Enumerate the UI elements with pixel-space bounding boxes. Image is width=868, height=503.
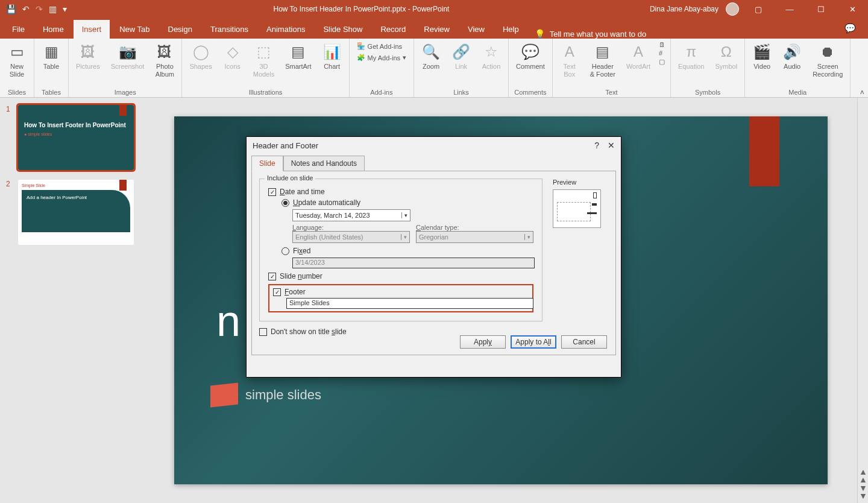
symbol-icon: Ω bbox=[721, 42, 732, 62]
get-addins-button[interactable]: 🏪Get Add-ins bbox=[354, 41, 409, 51]
link-button[interactable]: 🔗Link bbox=[449, 41, 473, 72]
dialog-tab-slide[interactable]: Slide bbox=[251, 156, 283, 171]
fixed-date-input[interactable]: 3/14/2023 bbox=[292, 258, 535, 268]
group-symbols: πEquation ΩSymbol Symbols bbox=[671, 39, 745, 97]
text-box-button[interactable]: AText Box bbox=[558, 41, 582, 80]
next-slide-double-icon[interactable]: ⯆ bbox=[860, 485, 866, 492]
slide-bookmark bbox=[749, 116, 779, 186]
table-icon: ▦ bbox=[45, 42, 58, 62]
document-title: How To Insert Header In PowerPoint.pptx … bbox=[73, 5, 650, 13]
screen-recording-button[interactable]: ⏺Screen Recording bbox=[810, 41, 845, 80]
wordart-button[interactable]: AWordArt bbox=[624, 41, 653, 72]
dont-show-checkbox[interactable]: Don't show on title slide bbox=[259, 327, 608, 336]
dialog-body: Include on slide ✓ Date and time Update … bbox=[251, 171, 616, 355]
shapes-button[interactable]: ◯Shapes bbox=[187, 41, 214, 72]
tell-me[interactable]: 💡 Tell me what you want to do bbox=[535, 29, 646, 39]
redo-icon[interactable]: ↷ bbox=[36, 4, 43, 14]
cancel-button[interactable]: Cancel bbox=[561, 335, 607, 349]
apply-to-all-button[interactable]: Apply to All bbox=[511, 335, 556, 349]
ribbon-display-icon[interactable]: ▢ bbox=[746, 5, 770, 14]
thumb-slide-1[interactable]: How To Insert Footer In PowerPoint ● sim… bbox=[18, 105, 134, 170]
prev-slide-double-icon[interactable]: ⯅ bbox=[860, 477, 866, 484]
photo-album-icon: 🖼 bbox=[157, 42, 172, 62]
help-icon[interactable]: ? bbox=[594, 141, 599, 150]
dialog-tabs: Slide Notes and Handouts bbox=[247, 155, 621, 171]
audio-button[interactable]: 🔊Audio bbox=[780, 41, 804, 72]
3d-models-button[interactable]: ⬚3D Models bbox=[251, 41, 277, 80]
slide-number-icon[interactable]: # bbox=[659, 49, 665, 57]
date-time-icon[interactable]: 🗓 bbox=[659, 41, 665, 48]
brand-logo: simple slides bbox=[210, 384, 321, 406]
wordart-icon: A bbox=[634, 42, 643, 62]
comment-button[interactable]: 💬Comment bbox=[514, 41, 547, 72]
symbol-button[interactable]: ΩSymbol bbox=[712, 41, 740, 72]
my-addins-button[interactable]: 🧩My Add-ins ▾ bbox=[354, 52, 409, 63]
object-icon[interactable]: ▢ bbox=[659, 58, 665, 66]
tab-review[interactable]: Review bbox=[415, 20, 458, 39]
fixed-radio[interactable]: Fixed bbox=[281, 247, 533, 255]
tab-file[interactable]: File bbox=[4, 20, 33, 39]
date-time-checkbox[interactable]: ✓ Date and time bbox=[268, 188, 533, 196]
prev-slide-icon[interactable]: ⯅ bbox=[860, 469, 866, 476]
collapse-ribbon-icon[interactable]: ʌ bbox=[860, 88, 864, 96]
new-slide-icon: ▭ bbox=[10, 42, 24, 62]
chart-button[interactable]: 📊Chart bbox=[320, 41, 344, 72]
tab-view[interactable]: View bbox=[459, 20, 493, 39]
thumb-title: Add a header In PowerPoint bbox=[22, 190, 130, 232]
tab-slideshow[interactable]: Slide Show bbox=[315, 20, 371, 39]
checkbox-icon bbox=[259, 328, 267, 336]
tab-help[interactable]: Help bbox=[494, 20, 527, 39]
header-footer-button[interactable]: ▤Header & Footer bbox=[588, 41, 618, 80]
tab-newtab[interactable]: New Tab bbox=[111, 20, 158, 39]
tab-animations[interactable]: Animations bbox=[258, 20, 313, 39]
tab-record[interactable]: Record bbox=[372, 20, 414, 39]
minimize-icon[interactable]: — bbox=[778, 5, 802, 14]
vertical-scrollbar[interactable]: ⯅ ⯅ ⯆ ⯆ bbox=[857, 98, 868, 503]
user-avatar[interactable] bbox=[726, 2, 739, 16]
smartart-button[interactable]: ▤SmartArt bbox=[283, 41, 313, 72]
date-format-combo[interactable]: Tuesday, March 14, 2023▾ bbox=[292, 209, 410, 221]
table-button[interactable]: ▦Table bbox=[39, 41, 63, 72]
save-icon[interactable]: 💾 bbox=[6, 4, 16, 14]
dialog-tab-notes[interactable]: Notes and Handouts bbox=[283, 156, 365, 171]
screenshot-icon: 📷 bbox=[119, 42, 137, 62]
pictures-button[interactable]: 🖼Pictures bbox=[74, 41, 102, 72]
equation-button[interactable]: πEquation bbox=[676, 41, 706, 72]
slide-number-checkbox[interactable]: ✓ Slide number bbox=[268, 272, 533, 280]
chevron-down-icon: ▾ bbox=[401, 212, 407, 218]
start-from-beginning-icon[interactable]: ▥ bbox=[49, 4, 57, 14]
thumb-slide-2[interactable]: Simple Slide Add a header In PowerPoint bbox=[18, 180, 134, 245]
slide-nav: ⯅ ⯅ ⯆ ⯆ bbox=[858, 469, 868, 499]
tab-insert[interactable]: Insert bbox=[74, 20, 110, 39]
chevron-down-icon: ▾ bbox=[403, 54, 406, 62]
update-auto-radio[interactable]: Update automatically bbox=[281, 198, 533, 207]
apply-button[interactable]: Apply bbox=[460, 335, 506, 349]
video-button[interactable]: 🎬Video bbox=[750, 41, 774, 72]
language-combo[interactable]: English (United States)▾ bbox=[292, 231, 410, 243]
tab-transitions[interactable]: Transitions bbox=[202, 20, 257, 39]
action-button[interactable]: ☆Action bbox=[479, 41, 503, 72]
maximize-icon[interactable]: ☐ bbox=[809, 5, 833, 14]
screenshot-button[interactable]: 📷Screenshot bbox=[108, 41, 147, 72]
close-icon[interactable]: ✕ bbox=[608, 141, 615, 150]
header-footer-dialog: Header and Footer ? ✕ Slide Notes and Ha… bbox=[246, 136, 621, 378]
footer-input[interactable]: Simple Slides bbox=[286, 298, 533, 309]
tab-design[interactable]: Design bbox=[160, 20, 201, 39]
thumb-title: How To Insert Footer In PowerPoint bbox=[24, 122, 128, 128]
qat-more-icon[interactable]: ▾ bbox=[63, 4, 67, 14]
icons-button[interactable]: ◇Icons bbox=[221, 41, 245, 72]
share-icon[interactable]: 💬 bbox=[836, 18, 864, 39]
footer-checkbox[interactable]: ✓ Footer bbox=[273, 288, 529, 296]
smartart-icon: ▤ bbox=[291, 42, 305, 62]
close-icon[interactable]: ✕ bbox=[840, 5, 864, 14]
undo-icon[interactable]: ↶ bbox=[22, 4, 30, 14]
brand-text: simple slides bbox=[245, 387, 321, 403]
next-slide-icon[interactable]: ⯆ bbox=[860, 493, 866, 499]
calendar-combo[interactable]: Gregorian▾ bbox=[416, 231, 533, 243]
group-slides: ▭New Slide Slides bbox=[0, 39, 34, 97]
photo-album-button[interactable]: 🖼Photo Album bbox=[153, 41, 177, 80]
zoom-button[interactable]: 🔍Zoom bbox=[419, 41, 443, 72]
new-slide-button[interactable]: ▭New Slide bbox=[5, 41, 29, 80]
group-illustrations: ◯Shapes ◇Icons ⬚3D Models ▤SmartArt 📊Cha… bbox=[182, 39, 349, 97]
tab-home[interactable]: Home bbox=[34, 20, 72, 39]
